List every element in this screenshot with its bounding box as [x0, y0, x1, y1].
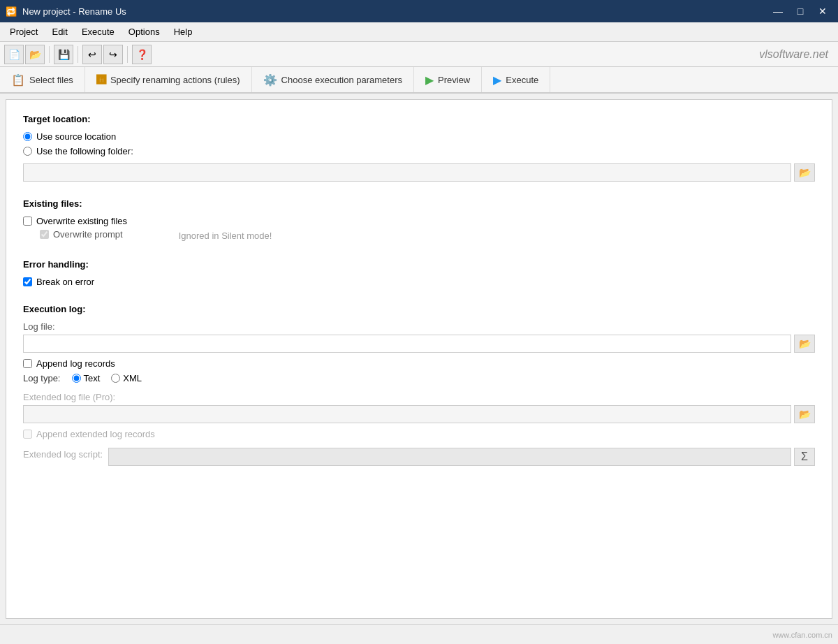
save-button[interactable]: 💾: [54, 45, 73, 64]
main-content: Target location: Use source location Use…: [6, 99, 832, 619]
execution-log-title: Execution log:: [23, 304, 815, 314]
existing-files-section: Existing files: Overwrite existing files…: [23, 198, 815, 242]
log-file-browse-button[interactable]: 📂: [794, 335, 815, 353]
new-button[interactable]: 📄: [4, 45, 24, 64]
log-type-row: Log type: Text XML: [23, 373, 815, 383]
step-select-files-icon: 📋: [11, 73, 25, 87]
status-right: www.cfan.com.cn: [772, 631, 832, 639]
log-type-label: Log type:: [23, 373, 61, 383]
break-on-error-label[interactable]: Break on error: [36, 277, 94, 287]
execution-log-section: Execution log: Log file: 📂 Append log re…: [23, 304, 815, 466]
extended-log-row: 📂: [23, 405, 815, 423]
append-extended-log-checkbox[interactable]: [23, 430, 32, 439]
append-extended-log-label: Append extended log records: [36, 429, 155, 439]
step-specify-rules[interactable]: 🅰 Specify renaming actions (rules): [85, 67, 252, 92]
step-choose-params-label: Choose execution parameters: [281, 75, 402, 85]
steps-bar: 📋 Select files 🅰 Specify renaming action…: [0, 67, 838, 94]
overwrite-prompt-label: Overwrite prompt: [53, 229, 123, 240]
target-folder-input[interactable]: [23, 163, 791, 182]
append-log-label[interactable]: Append log records: [36, 358, 115, 369]
menu-execute[interactable]: Execute: [75, 24, 122, 40]
target-location-radios: Use source location Use the following fo…: [23, 131, 815, 156]
error-handling-section: Error handling: Break on error: [23, 259, 815, 287]
app-icon: 🔁: [6, 6, 17, 17]
target-location-title: Target location:: [23, 114, 815, 124]
toolbar: 📄 📂 💾 ↩ ↪ ❓ vlsoftware.net: [0, 42, 838, 67]
open-button[interactable]: 📂: [25, 45, 45, 64]
log-type-text-radio[interactable]: [72, 374, 81, 383]
help-button[interactable]: ❓: [132, 45, 152, 64]
redo-button[interactable]: ↪: [103, 45, 123, 64]
log-file-label: Log file:: [23, 321, 815, 332]
step-choose-params-icon: ⚙️: [263, 73, 277, 87]
log-type-text-label[interactable]: Text: [84, 373, 101, 383]
target-folder-browse-button[interactable]: 📂: [794, 163, 815, 182]
brand-label: vlsoftware.net: [759, 48, 834, 61]
use-source-radio[interactable]: [23, 132, 32, 141]
ext-script-row: Extended log script: Σ: [23, 445, 815, 466]
log-type-xml-radio[interactable]: [111, 374, 120, 383]
extended-log-label: Extended log file (Pro):: [23, 392, 815, 402]
title-bar: 🔁 New project - Rename Us — □ ✕: [0, 0, 838, 22]
step-specify-rules-label: Specify renaming actions (rules): [110, 75, 240, 85]
ignored-text: Ignored in Silent mode!: [179, 230, 272, 241]
step-specify-rules-icon: 🅰: [96, 74, 106, 85]
status-bar: www.cfan.com.cn: [0, 624, 838, 644]
error-handling-title: Error handling:: [23, 259, 815, 270]
log-file-row: 📂: [23, 335, 815, 353]
extended-log-input[interactable]: [23, 405, 791, 423]
menu-edit[interactable]: Edit: [45, 24, 74, 40]
break-on-error-checkbox[interactable]: [23, 277, 32, 286]
minimize-button[interactable]: —: [768, 1, 788, 21]
ext-script-input[interactable]: [108, 448, 791, 466]
target-folder-row: 📂: [23, 163, 815, 182]
menu-options[interactable]: Options: [122, 24, 167, 40]
maximize-button[interactable]: □: [791, 1, 810, 21]
overwrite-existing-checkbox[interactable]: [23, 217, 32, 226]
title-bar-title: New project - Rename Us: [22, 6, 126, 17]
undo-button[interactable]: ↩: [82, 45, 102, 64]
overwrite-prompt-checkbox[interactable]: [40, 230, 49, 239]
step-preview-label: Preview: [438, 75, 470, 85]
step-choose-params[interactable]: ⚙️ Choose execution parameters: [252, 67, 414, 92]
use-folder-label[interactable]: Use the following folder:: [36, 146, 133, 156]
ext-script-label: Extended log script:: [23, 449, 103, 460]
use-source-label[interactable]: Use source location: [36, 131, 116, 142]
append-log-checkbox[interactable]: [23, 359, 32, 368]
target-location-section: Target location: Use source location Use…: [23, 114, 815, 182]
menu-help[interactable]: Help: [167, 24, 200, 40]
existing-files-title: Existing files:: [23, 198, 815, 209]
overwrite-existing-label[interactable]: Overwrite existing files: [36, 216, 127, 226]
menu-bar: Project Edit Execute Options Help: [0, 22, 838, 42]
log-file-input[interactable]: [23, 335, 791, 353]
step-preview-icon: ▶: [425, 73, 434, 87]
step-preview[interactable]: ▶ Preview: [414, 67, 482, 92]
step-select-files[interactable]: 📋 Select files: [0, 67, 85, 92]
log-type-xml-label[interactable]: XML: [123, 373, 142, 383]
use-folder-radio[interactable]: [23, 147, 32, 156]
step-execute[interactable]: ▶ Execute: [482, 67, 550, 92]
step-execute-label: Execute: [506, 75, 538, 85]
step-execute-icon: ▶: [493, 73, 501, 87]
menu-project[interactable]: Project: [3, 24, 45, 40]
extended-log-browse-button[interactable]: 📂: [794, 405, 815, 423]
ext-script-sigma-button[interactable]: Σ: [794, 448, 815, 466]
close-button[interactable]: ✕: [813, 1, 832, 21]
step-select-files-label: Select files: [29, 75, 73, 85]
